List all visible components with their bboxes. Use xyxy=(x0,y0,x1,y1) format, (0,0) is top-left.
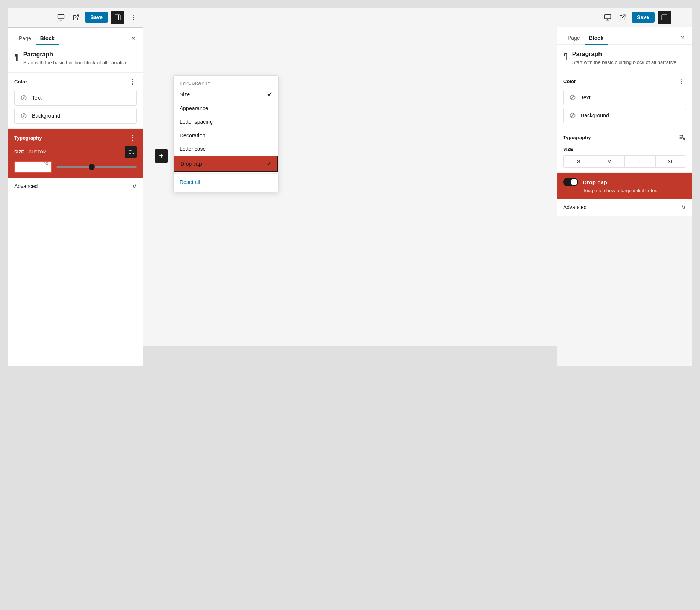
size-slider[interactable] xyxy=(56,166,137,168)
dropdown-item-appearance[interactable]: Appearance xyxy=(174,102,278,115)
dropcap-check-icon: ✓ xyxy=(267,160,271,167)
external-link-icon-right[interactable] xyxy=(617,11,629,23)
tab-block-right[interactable]: Block xyxy=(585,32,608,45)
text-color-btn-right[interactable]: Text xyxy=(563,90,686,105)
dropdown-item-letterspacing[interactable]: Letter spacing xyxy=(174,115,278,129)
sidebar-toggle-button-right[interactable] xyxy=(658,11,671,24)
advanced-title-left: Advanced xyxy=(14,183,38,189)
advanced-chevron-left: ∨ xyxy=(132,182,137,190)
color-menu-right[interactable] xyxy=(677,77,686,86)
color-header-right: Color xyxy=(563,77,686,86)
typography-menu-right[interactable] xyxy=(677,133,686,142)
slider-thumb[interactable] xyxy=(89,164,95,170)
color-title-right: Color xyxy=(563,79,576,84)
add-block-button[interactable]: + xyxy=(155,149,168,163)
svg-point-8 xyxy=(133,19,134,20)
drop-cap-desc: Toggle to show a large initial letter. xyxy=(583,188,686,193)
more-options-icon[interactable] xyxy=(127,11,139,23)
svg-point-12 xyxy=(131,150,132,151)
tab-page-left[interactable]: Page xyxy=(14,32,36,45)
px-input-wrap: px xyxy=(14,161,52,173)
svg-point-27 xyxy=(683,138,685,140)
paragraph-icon: ¶ xyxy=(14,52,19,62)
bg-color-btn-left[interactable]: Background xyxy=(14,108,137,124)
typography-header-left: Typography xyxy=(14,133,137,142)
close-left-sidebar[interactable]: × xyxy=(130,33,137,44)
monitor-icon[interactable] xyxy=(55,11,67,23)
drop-cap-toggle[interactable] xyxy=(563,178,578,186)
block-desc-left: Start with the basic building block of a… xyxy=(23,59,129,66)
text-swatch-right xyxy=(568,93,577,102)
size-xl-button[interactable]: XL xyxy=(656,156,686,167)
close-right-sidebar[interactable]: × xyxy=(679,33,686,44)
more-options-icon-right[interactable] xyxy=(674,11,686,23)
advanced-title-right: Advanced xyxy=(563,204,586,210)
block-info-right: ¶ Paragraph Start with the basic buildin… xyxy=(557,45,692,72)
save-button-right[interactable]: Save xyxy=(632,12,655,23)
size-row-left: SIZE CUSTOM xyxy=(14,146,137,158)
external-link-icon[interactable] xyxy=(70,11,82,23)
svg-point-6 xyxy=(133,15,134,16)
color-title-left: Color xyxy=(14,79,27,85)
px-unit-label: px xyxy=(43,161,48,166)
right-area: + TYPOGRAPHY Size ✓ Appearance Letter sp… xyxy=(143,8,692,366)
tab-block-left[interactable]: Block xyxy=(36,32,59,45)
dropdown-item-lettercase[interactable]: Letter case xyxy=(174,142,278,156)
svg-point-13 xyxy=(133,153,134,154)
dropdown-item-dropcap-label: Drop cap xyxy=(180,161,202,167)
block-name-left: Paragraph xyxy=(23,51,129,58)
color-header-left: Color xyxy=(14,77,137,86)
typography-menu-left[interactable] xyxy=(128,133,137,142)
right-empty-space xyxy=(557,216,692,366)
advanced-header-right[interactable]: Advanced ∨ xyxy=(563,203,686,211)
size-custom-left: CUSTOM xyxy=(29,150,46,154)
svg-line-17 xyxy=(622,15,625,18)
dropdown-item-size[interactable]: Size ✓ xyxy=(174,87,278,102)
bg-swatch-right xyxy=(568,111,577,120)
right-sidebar-container: Save Page Block × ¶ xyxy=(557,8,692,366)
typography-section-right: Typography SIZE S M L XL xyxy=(557,128,692,173)
right-toolbar: Save xyxy=(557,8,692,27)
dropdown-item-dropcap[interactable]: Drop cap ✓ xyxy=(174,156,278,172)
typography-section-left: Typography SIZE CUSTOM px xyxy=(8,129,143,178)
size-buttons: S M L XL xyxy=(563,155,686,168)
bg-color-btn-right[interactable]: Background xyxy=(563,108,686,123)
right-sidebar-tabs: Page Block × xyxy=(557,27,692,45)
monitor-icon-right[interactable] xyxy=(602,11,614,23)
advanced-header-left[interactable]: Advanced ∨ xyxy=(14,182,137,190)
typography-title-right: Typography xyxy=(563,135,591,140)
svg-rect-0 xyxy=(58,15,64,19)
svg-point-20 xyxy=(680,15,680,16)
save-button[interactable]: Save xyxy=(85,12,108,23)
drop-cap-section: Drop cap Toggle to show a large initial … xyxy=(557,173,692,199)
dropdown-item-size-label: Size xyxy=(180,91,190,97)
text-color-btn-left[interactable]: Text xyxy=(14,90,137,106)
dropdown-item-appearance-label: Appearance xyxy=(180,105,208,111)
bg-swatch-left xyxy=(19,111,28,120)
svg-point-22 xyxy=(680,19,680,20)
dropdown-item-decoration-label: Decoration xyxy=(180,132,205,138)
svg-point-26 xyxy=(682,135,683,137)
size-m-button[interactable]: M xyxy=(594,156,625,167)
advanced-chevron-right: ∨ xyxy=(681,203,686,211)
drop-cap-label: Drop cap xyxy=(583,179,607,185)
svg-line-3 xyxy=(76,15,79,18)
text-label-right: Text xyxy=(581,94,591,100)
tab-page-right[interactable]: Page xyxy=(563,32,585,45)
size-s-button[interactable]: S xyxy=(564,156,594,167)
size-check-icon: ✓ xyxy=(267,91,272,98)
block-name-right: Paragraph xyxy=(572,51,678,58)
dropdown-item-decoration[interactable]: Decoration xyxy=(174,129,278,142)
color-section-right: Color Text Background xyxy=(557,72,692,128)
right-sidebar: Page Block × ¶ Paragraph Start with the … xyxy=(557,27,692,366)
color-menu-left[interactable] xyxy=(128,77,137,86)
typography-title-left: Typography xyxy=(14,135,42,141)
size-control-button[interactable] xyxy=(125,146,137,158)
size-l-button[interactable]: L xyxy=(625,156,656,167)
sidebar-toggle-button[interactable] xyxy=(111,11,124,24)
typography-header-right: Typography xyxy=(563,133,686,142)
reset-all-button[interactable]: Reset all xyxy=(174,175,278,189)
color-section-left: Color Text Background xyxy=(8,73,143,129)
dropdown-item-lettercase-label: Letter case xyxy=(180,146,206,152)
drop-cap-row: Drop cap xyxy=(563,178,686,186)
